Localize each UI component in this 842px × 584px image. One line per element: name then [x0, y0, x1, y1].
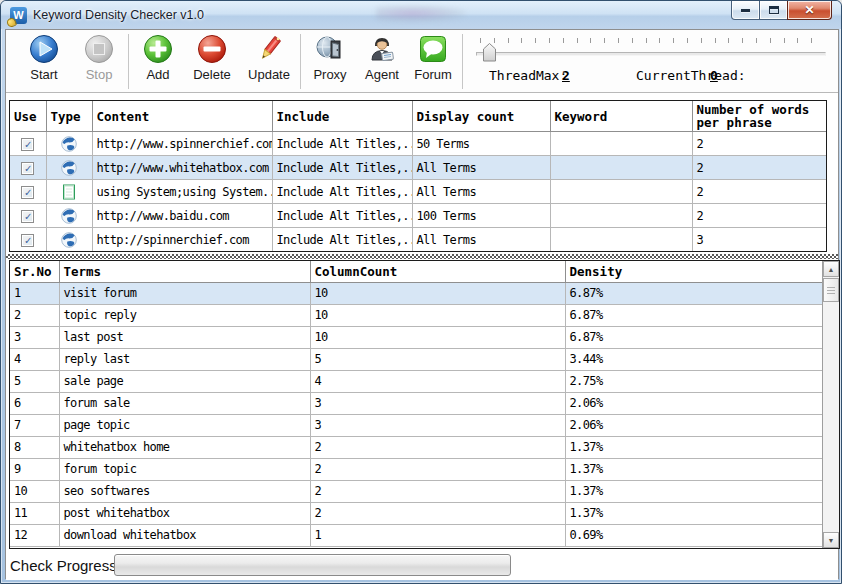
- window-title: Keyword Density Checker v1.0: [33, 8, 204, 22]
- density-cell: 6.87%: [565, 326, 822, 348]
- maximize-icon: [769, 6, 779, 14]
- term-row[interactable]: 2topic reply106.87%: [10, 304, 822, 326]
- srno-cell: 10: [10, 480, 59, 502]
- include-cell: Include Alt Titles,...: [272, 228, 412, 252]
- maximize-button[interactable]: [760, 1, 787, 20]
- terms-table: Sr.No Terms ColumnCount Density 1visit f…: [9, 260, 840, 549]
- term-row[interactable]: 1visit forum106.87%: [10, 282, 822, 304]
- density-cell: 0.69%: [565, 524, 822, 546]
- col-header-words-per-phrase[interactable]: Number of words per phrase: [692, 101, 827, 132]
- terms-cell: topic reply: [59, 304, 310, 326]
- use-checkbox[interactable]: ✓: [21, 162, 34, 175]
- delete-button[interactable]: Delete: [186, 33, 238, 90]
- source-row[interactable]: ✓using System;using System...Include Alt…: [10, 180, 827, 204]
- forum-icon: [417, 33, 449, 65]
- col-header-density[interactable]: Density: [565, 261, 822, 282]
- close-button[interactable]: ✕: [787, 1, 832, 20]
- use-checkbox[interactable]: ✓: [21, 138, 34, 151]
- term-row[interactable]: 7page topic32.06%: [10, 414, 822, 436]
- col-header-content[interactable]: Content: [92, 101, 272, 132]
- density-cell: 6.87%: [565, 304, 822, 326]
- agent-button[interactable]: Agent: [358, 33, 406, 90]
- col-header-use[interactable]: Use: [10, 101, 46, 132]
- columncount-cell: 10: [310, 326, 565, 348]
- footer: Check Progress:: [6, 551, 838, 580]
- source-row[interactable]: ✓http://www.baidu.comInclude Alt Titles,…: [10, 204, 827, 228]
- term-row[interactable]: 3last post106.87%: [10, 326, 822, 348]
- term-row[interactable]: 5sale page42.75%: [10, 370, 822, 392]
- content-cell: http://www.spinnerchief.com: [92, 132, 272, 156]
- start-button[interactable]: Start: [18, 33, 70, 90]
- start-icon: [28, 33, 60, 65]
- term-row[interactable]: 8whitehatbox home21.37%: [10, 436, 822, 458]
- slider-track[interactable]: [476, 52, 826, 56]
- scroll-down-button[interactable]: ▼: [823, 532, 839, 548]
- use-checkbox[interactable]: ✓: [21, 210, 34, 223]
- col-header-type[interactable]: Type: [46, 101, 92, 132]
- term-row[interactable]: 10seo softwares21.37%: [10, 480, 822, 502]
- terms-cell: post whitehatbox: [59, 502, 310, 524]
- globe-icon: [61, 136, 77, 152]
- stop-icon: [83, 33, 115, 65]
- density-cell: 2.06%: [565, 414, 822, 436]
- words-per-phrase-cell: 2: [692, 132, 827, 156]
- source-row[interactable]: ✓http://www.whitehatbox.comInclude Alt T…: [10, 156, 827, 180]
- minimize-icon: [741, 9, 750, 12]
- col-header-keyword[interactable]: Keyword: [550, 101, 692, 132]
- col-header-include[interactable]: Include: [272, 101, 412, 132]
- use-checkbox[interactable]: ✓: [21, 186, 34, 199]
- update-button[interactable]: Update: [242, 33, 296, 90]
- use-checkbox[interactable]: ✓: [21, 234, 34, 247]
- globe-icon: [61, 208, 77, 224]
- keyword-cell: [550, 180, 692, 204]
- splitter-handle[interactable]: [6, 254, 838, 259]
- columncount-cell: 1: [310, 524, 565, 546]
- include-cell: Include Alt Titles,...: [272, 156, 412, 180]
- agent-icon: [366, 33, 398, 65]
- client-area: Start Stop: [5, 29, 839, 579]
- terms-cell: last post: [59, 326, 310, 348]
- update-pencil-icon: [253, 33, 285, 65]
- columncount-cell: 3: [310, 392, 565, 414]
- arrow-down-icon: ▼: [828, 537, 835, 544]
- col-header-display-count[interactable]: Display count: [412, 101, 550, 132]
- keyword-cell: [550, 132, 692, 156]
- sources-table: Use Type Content Include Display count K…: [9, 100, 827, 252]
- col-header-columncount[interactable]: ColumnCount: [310, 261, 565, 282]
- words-per-phrase-cell: 2: [692, 156, 827, 180]
- col-header-terms[interactable]: Terms: [59, 261, 310, 282]
- source-row[interactable]: ✓http://www.spinnerchief.comInclude Alt …: [10, 132, 827, 156]
- thread-panel: ThreadMax: 2 CurrentThread: 0: [464, 30, 836, 93]
- vertical-scrollbar[interactable]: ▲ ▼: [822, 261, 839, 548]
- term-row[interactable]: 6forum sale32.06%: [10, 392, 822, 414]
- term-row[interactable]: 11post whitehatbox21.37%: [10, 502, 822, 524]
- columncount-cell: 5: [310, 348, 565, 370]
- srno-cell: 9: [10, 458, 59, 480]
- scrollbar-track[interactable]: [823, 302, 839, 532]
- source-row[interactable]: ✓http://spinnerchief.comInclude Alt Titl…: [10, 228, 827, 252]
- col-header-srno[interactable]: Sr.No: [10, 261, 59, 282]
- slider-thumb-icon[interactable]: [483, 43, 496, 66]
- density-cell: 3.44%: [565, 348, 822, 370]
- terms-cell: whitehatbox home: [59, 436, 310, 458]
- threadmax-slider[interactable]: [476, 38, 826, 62]
- add-button[interactable]: Add: [136, 33, 180, 90]
- minimize-button[interactable]: [731, 1, 760, 20]
- density-cell: 1.37%: [565, 502, 822, 524]
- columncount-cell: 3: [310, 414, 565, 436]
- terms-cell: reply last: [59, 348, 310, 370]
- content-cell: http://spinnerchief.com: [92, 228, 272, 252]
- columncount-cell: 2: [310, 458, 565, 480]
- forum-button[interactable]: Forum: [408, 33, 458, 90]
- term-row[interactable]: 4reply last53.44%: [10, 348, 822, 370]
- display-count-cell: 50 Terms: [412, 132, 550, 156]
- title-bar[interactable]: W Keyword Density Checker v1.0 ✕: [1, 1, 841, 29]
- srno-cell: 6: [10, 392, 59, 414]
- terms-cell: page topic: [59, 414, 310, 436]
- scrollbar-thumb[interactable]: [823, 278, 839, 302]
- columncount-cell: 2: [310, 480, 565, 502]
- scroll-up-button[interactable]: ▲: [823, 261, 839, 277]
- term-row[interactable]: 9forum topic21.37%: [10, 458, 822, 480]
- term-row[interactable]: 12download whitehatbox10.69%: [10, 524, 822, 546]
- proxy-button[interactable]: Proxy: [306, 33, 354, 90]
